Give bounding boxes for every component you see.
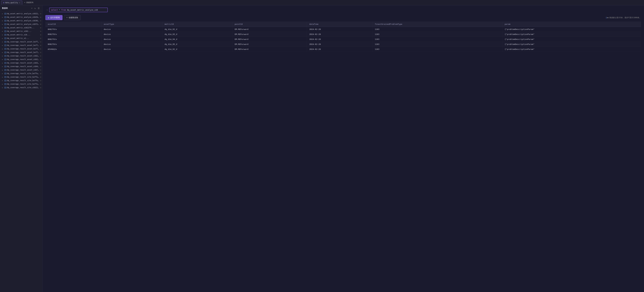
- sidebar-item[interactable]: ▶ dq_coverage_result_asset_buffer_o16...…: [0, 44, 42, 47]
- results-table: assetIdassetTypemetricIdpointIddataTimef…: [45, 22, 641, 52]
- table-header-row: assetIdassetTypemetricIdpointIddataTimef…: [45, 22, 641, 27]
- query-icon: ⊡: [40, 69, 41, 71]
- chevron-right-icon: ▶: [2, 62, 4, 64]
- sidebar-item-label: dq_coverage_result_asset_o167297644...: [7, 69, 40, 71]
- results-container[interactable]: assetIdassetTypemetricIdpointIddataTimef…: [42, 22, 644, 292]
- table-row: A5VHGQJxdevicedq_dim_02_dEM.REForward202…: [45, 47, 641, 52]
- table-icon: [4, 62, 6, 64]
- table-icon: [4, 69, 6, 71]
- new-tab-label: + 新建查询: [24, 1, 33, 4]
- table-cell: device: [101, 37, 162, 42]
- content-area: 1 select * from dq_asset_metric_analyze_…: [42, 5, 644, 292]
- info-icon: ℹ: [606, 17, 607, 19]
- table-icon: [4, 17, 6, 18]
- editor-input-container[interactable]: select * from dq_asset_metric_analyze_o1…: [49, 8, 108, 12]
- sidebar-list: ▶ dq_asset_metric_analyze_o162279617... …: [0, 11, 42, 292]
- sidebar-item[interactable]: ▶ dq_coverage_result_asset_o162985711...…: [0, 58, 42, 61]
- sidebar-item[interactable]: ▶ dq_coverage_result_asset_buffer_o16...…: [0, 40, 42, 44]
- sidebar-item-label: dq_asset_metric_analyze_o167297644...: [7, 23, 40, 25]
- sidebar-item[interactable]: ▶ dq_coverage_result_site_buffer_o162...…: [0, 75, 42, 79]
- sidebar-item-label: dq_asset_metric_o162279...: [7, 27, 40, 29]
- table-body: 8KNJ7Gtvdevicedq_dim_02_dEM.REForward202…: [45, 27, 641, 52]
- sidebar-item-label: dq_coverage_result_asset_o162985711...: [7, 58, 40, 60]
- results-info-text: ● 数据默认显示5条，最多可显示1000条。: [607, 17, 641, 19]
- query-toolbar: ▶ 运行并查询 + 创建数据集 ℹ ● 数据默认显示5条，最多可显示1000条。: [42, 14, 644, 22]
- sidebar-item[interactable]: ▶ dq_asset_metric_o16... ⊡: [0, 33, 42, 37]
- sidebar-item[interactable]: ▶ dq_asset_metric_analyze_o163695768... …: [0, 19, 42, 23]
- new-tab-button[interactable]: + 新建查询: [23, 1, 35, 5]
- table-cell: device: [101, 27, 162, 32]
- query-icon: ⊡: [40, 59, 41, 60]
- sidebar-item-label: dq_asset_metric_o162...: [7, 30, 40, 32]
- table-column-header: pointId: [232, 22, 307, 27]
- sidebar-item[interactable]: ▶ dq_asset_metric_o162279... ⊡: [0, 26, 42, 30]
- table-column-header: finestGrainedProblemType: [372, 22, 502, 27]
- sidebar-item-label: dq_coverage_result_site_buffer_o162...: [7, 76, 40, 78]
- query-icon: ⊡: [40, 34, 41, 36]
- sidebar-item-label: dq_asset_metric_analyze_o162279617...: [7, 13, 40, 15]
- sidebar-item[interactable]: ▶ dq_coverage_result_asset_buffer_o16...…: [0, 47, 42, 51]
- table-cell: 1103: [372, 37, 502, 42]
- sidebar-item-label: dq_coverage_result_asset_o162279961...: [7, 55, 40, 57]
- sidebar-item[interactable]: ▶ dq_asset_metric_analyze_o167297644... …: [0, 23, 42, 26]
- sidebar-item[interactable]: ▶ dq_coverage_result_site_buffer_o163...…: [0, 79, 42, 82]
- table-row: 8KNJ7Gtvdevicedq_dim_05_dEM.REForward202…: [45, 42, 641, 47]
- sidebar-item[interactable]: ▶ dq_asset_metric_o162... ⊡: [0, 30, 42, 33]
- table-cell: 1103: [372, 47, 502, 52]
- refresh-icon[interactable]: ↻: [34, 7, 36, 10]
- table-cell: device: [101, 32, 162, 37]
- sidebar-item[interactable]: ▶ dq_coverage_result_site_buffer_o162...…: [0, 72, 42, 75]
- table-cell: A5VHGQJx: [45, 47, 101, 52]
- sidebar-item[interactable]: ▶ dq_asset_metric_analyze_o162985719... …: [0, 15, 42, 19]
- run-query-button[interactable]: ▶ 运行并查询: [45, 15, 62, 20]
- query-icon: ⊡: [40, 41, 41, 43]
- play-icon: ▶: [48, 17, 49, 19]
- table-cell: dq_dim_02_d: [162, 47, 232, 52]
- table-icon: [4, 20, 6, 22]
- table-cell: {"problemDescriptionParam": [502, 42, 641, 47]
- chevron-right-icon: ▶: [2, 83, 4, 85]
- sidebar-item[interactable]: ▶ dq_coverage_result_site_buffer_o167...…: [0, 82, 42, 86]
- chevron-right-icon: ▶: [2, 13, 4, 15]
- chevron-right-icon: ▶: [2, 34, 4, 36]
- table-icon: [4, 55, 6, 57]
- table-cell: 1103: [372, 42, 502, 47]
- table-cell: {"problemDescriptionParam": [502, 37, 641, 42]
- query-icon: ⊡: [40, 87, 41, 89]
- chevron-right-icon: ▶: [2, 17, 4, 18]
- chevron-right-icon: ▶: [2, 20, 4, 22]
- table-icon: [4, 41, 6, 43]
- tab-close-button[interactable]: ×: [19, 2, 20, 4]
- create-dataset-button[interactable]: + 创建数据集: [64, 15, 81, 20]
- table-cell: 8KNJ7Gtv: [45, 32, 101, 37]
- editor-line: 1 select * from dq_asset_metric_analyze_…: [45, 8, 641, 12]
- sidebar-item[interactable]: ▶ dq_coverage_result_asset_o162279961...…: [0, 54, 42, 58]
- table-cell: dq_dim_04_d: [162, 37, 232, 42]
- tab-bar: ⊞ data_quality × + 新建查询: [0, 0, 644, 5]
- tab-data-quality[interactable]: ⊞ data_quality ×: [1, 1, 22, 5]
- query-icon: ⊡: [40, 76, 41, 78]
- chevron-right-icon: ▶: [2, 80, 4, 81]
- sidebar-item[interactable]: ▶ dq_asset_metric_analyze_o162279617... …: [0, 12, 42, 15]
- table-cell: device: [101, 42, 162, 47]
- sidebar-item-label: dq_coverage_result_site_buffer_o167...: [7, 83, 40, 85]
- editor-text: select * from dq_asset_metric_analyze_o1…: [51, 9, 98, 11]
- sidebar-item[interactable]: ▶ dq_coverage_result_site_o162279617... …: [0, 86, 42, 89]
- search-icon[interactable]: ⌕: [30, 7, 33, 10]
- table-column-header: dataTime: [307, 22, 372, 27]
- table-icon: [4, 76, 6, 78]
- sidebar-item[interactable]: ▶ dq_coverage_result_asset_buffer_o16...…: [0, 51, 42, 54]
- query-icon: ⊡: [40, 62, 41, 64]
- chevron-right-icon: ▶: [2, 38, 4, 39]
- query-icon: ⊡: [40, 48, 41, 50]
- chevron-right-icon: ▶: [2, 31, 4, 32]
- table-cell: 2024-02-20: [307, 37, 372, 42]
- sidebar-item[interactable]: ▶ dq_coverage_result_asset_o167297644...…: [0, 68, 42, 72]
- sidebar-item[interactable]: ▶ dq_coverage_result_asset_o164482788...…: [0, 65, 42, 68]
- layout-icon[interactable]: ☰: [37, 7, 40, 10]
- main-layout: 数据表 ⌕ ↻ ☰ ▶ dq_asset_metric_analyze_o162…: [0, 5, 644, 292]
- table-icon: [4, 48, 6, 50]
- sidebar-item[interactable]: ▶ dq_asset_metric_o1... ⊡: [0, 37, 42, 40]
- sidebar-item[interactable]: ▶ dq_coverage_result_asset_o163695764...…: [0, 61, 42, 65]
- query-icon: ⊡: [40, 20, 41, 22]
